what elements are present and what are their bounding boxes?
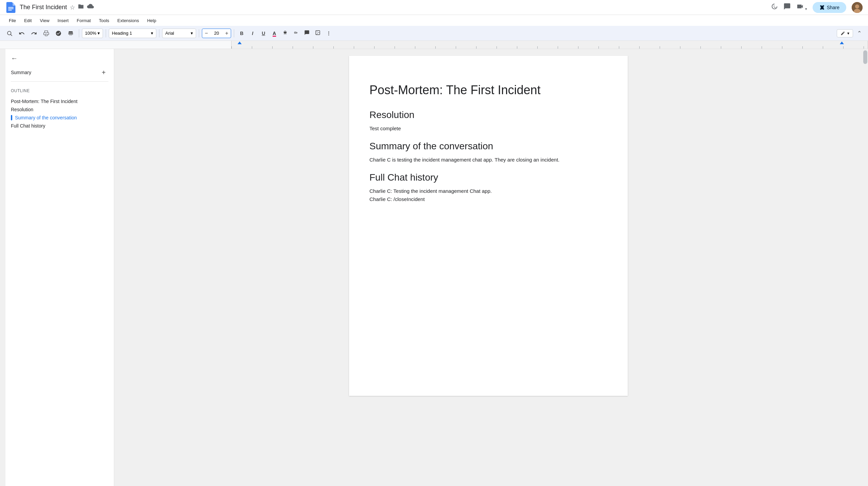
heading-resolution: Resolution (369, 110, 607, 120)
docs-logo-icon (5, 2, 16, 13)
zoom-label: 100% (85, 31, 96, 36)
section-chat: Full Chat history Charlie C: Testing the… (369, 172, 607, 203)
outline-item-3[interactable]: Full Chat history (11, 122, 108, 130)
font-size-box: − + (202, 29, 231, 38)
folder-icon[interactable] (78, 3, 84, 11)
menu-help[interactable]: Help (144, 17, 160, 24)
outline-item-2[interactable]: Summary of the conversation (11, 114, 108, 122)
text-color-button[interactable]: A (270, 29, 279, 38)
main-layout: ← Summary + Outline Post-Mortem: The Fir… (0, 49, 868, 486)
avatar[interactable] (852, 2, 863, 13)
comment-icon[interactable] (783, 3, 791, 12)
sidebar-summary-row: Summary + (11, 68, 108, 77)
italic-button[interactable]: I (248, 29, 257, 38)
font-size-input[interactable] (210, 31, 223, 36)
image-button[interactable] (313, 29, 323, 38)
comment-button[interactable] (302, 29, 312, 38)
edit-mode-dropdown-icon: ▾ (847, 31, 849, 36)
share-label: Share (827, 5, 839, 10)
svg-point-9 (317, 32, 317, 32)
outline-item-1[interactable]: Resolution (11, 105, 108, 114)
font-dropdown-icon: ▾ (191, 31, 193, 36)
font-size-minus-button[interactable]: − (202, 29, 210, 38)
sidebar-back-button[interactable]: ← (11, 54, 108, 62)
edit-mode-button[interactable]: ▾ (837, 29, 853, 37)
zoom-select[interactable]: 100% ▾ (82, 29, 103, 38)
text-color-label: A (273, 31, 276, 36)
outline-item-label-2: Summary of the conversation (15, 115, 77, 120)
sidebar-outline-label: Outline (11, 88, 108, 93)
svg-rect-1 (8, 8, 14, 9)
menu-extensions[interactable]: Extensions (114, 17, 142, 24)
font-size-plus-button[interactable]: + (223, 29, 231, 38)
toolbar-divider-3 (159, 29, 159, 37)
title-bar-right: ▾ Share (770, 2, 863, 13)
font-select[interactable]: Arial ▾ (162, 29, 196, 38)
share-button[interactable]: Share (813, 2, 846, 13)
outline-item-label-3: Full Chat history (11, 123, 45, 129)
video-icon[interactable]: ▾ (796, 3, 807, 12)
heading-summary: Summary of the conversation (369, 141, 607, 152)
zoom-dropdown-icon: ▾ (98, 31, 100, 36)
more-button[interactable]: ⋮ (324, 29, 333, 38)
menu-view[interactable]: View (36, 17, 53, 24)
svg-point-6 (7, 31, 11, 35)
font-label: Arial (165, 31, 174, 36)
toolbar-divider-2 (106, 29, 106, 37)
paragraph-chat-0: Charlie C: Testing the incident manageme… (369, 187, 607, 203)
title-bar: The First Incident ☆ ▾ Share (0, 0, 868, 15)
sidebar-divider (11, 81, 108, 82)
paragraph-resolution-0: Test complete (369, 124, 607, 133)
paragraph-summary-0: Charlie C is testing the incident manage… (369, 156, 607, 164)
search-button[interactable] (4, 28, 15, 39)
sidebar-summary-label: Summary (11, 70, 31, 75)
link-button[interactable] (291, 29, 301, 38)
menu-bar: File Edit View Insert Format Tools Exten… (0, 15, 868, 26)
title-bar-icons: ☆ (70, 3, 94, 11)
document-page: Post-Mortem: The First Incident Resoluti… (349, 56, 628, 396)
paintformat-button[interactable] (65, 28, 76, 39)
outline-item-label-0: Post-Mortem: The First Incident (11, 99, 77, 104)
sidebar-add-button[interactable]: + (99, 68, 108, 77)
style-dropdown-icon: ▾ (151, 31, 153, 36)
sidebar: ← Summary + Outline Post-Mortem: The Fir… (5, 49, 114, 486)
right-scroll-area (863, 49, 868, 486)
scrollbar-handle[interactable] (863, 50, 867, 64)
toolbar-divider-1 (79, 29, 79, 37)
bold-button[interactable]: B (237, 29, 246, 38)
document-title: The First Incident (20, 4, 67, 11)
back-icon: ← (11, 54, 18, 62)
svg-line-7 (11, 34, 12, 36)
section-resolution: Resolution Test complete (369, 110, 607, 133)
menu-format[interactable]: Format (73, 17, 94, 24)
chat-line-0: Charlie C: Testing the incident manageme… (369, 187, 607, 195)
print-button[interactable] (41, 28, 52, 39)
history-icon[interactable] (770, 3, 778, 12)
undo-button[interactable] (16, 28, 27, 39)
redo-button[interactable] (29, 28, 39, 39)
menu-insert[interactable]: Insert (54, 17, 72, 24)
section-summary: Summary of the conversation Charlie C is… (369, 141, 607, 164)
toolbar: 100% ▾ Heading 1 ▾ Arial ▾ − + B I U A ⋮… (0, 26, 868, 41)
chat-line-1: Charlie C: /closeIncident (369, 195, 607, 203)
menu-edit[interactable]: Edit (21, 17, 35, 24)
star-icon[interactable]: ☆ (70, 4, 75, 11)
menu-file[interactable]: File (5, 17, 19, 24)
svg-rect-0 (8, 7, 14, 7)
highlight-button[interactable] (280, 29, 290, 38)
outline-item-label-1: Resolution (11, 107, 33, 112)
left-margin (0, 49, 5, 486)
ruler (0, 41, 868, 49)
toolbar-collapse-button[interactable]: ⌃ (854, 29, 864, 38)
style-select[interactable]: Heading 1 ▾ (109, 29, 156, 38)
underline-button[interactable]: U (259, 29, 268, 38)
toolbar-divider-5 (234, 29, 234, 37)
spellcheck-button[interactable] (53, 28, 64, 39)
style-label: Heading 1 (112, 31, 132, 36)
cloud-icon[interactable] (87, 3, 94, 11)
document-wrapper: Post-Mortem: The First Incident Resoluti… (114, 49, 863, 486)
menu-tools[interactable]: Tools (96, 17, 112, 24)
svg-rect-2 (8, 10, 12, 10)
outline-item-0[interactable]: Post-Mortem: The First Incident (11, 97, 108, 105)
document-title-heading: Post-Mortem: The First Incident (369, 83, 607, 97)
